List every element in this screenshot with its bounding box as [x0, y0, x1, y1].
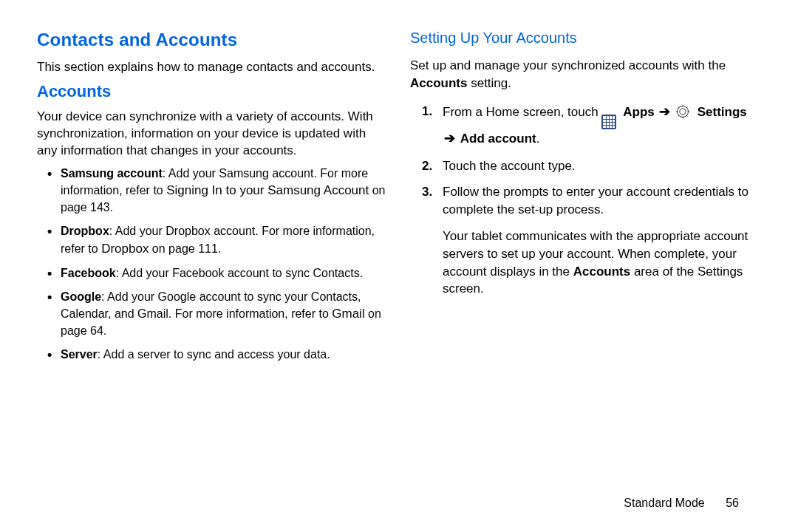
footer-page-number: 56	[726, 497, 739, 509]
add-account-label: Add account	[460, 132, 536, 146]
apps-icon	[601, 115, 616, 129]
bullet-facebook: Facebook: Add your Facebook account to s…	[50, 265, 388, 282]
setup-intro: Set up and manage your synchronized acco…	[410, 57, 761, 92]
setup-steps: 1. From a Home screen, touch Apps ➔ Sett…	[410, 103, 761, 219]
page-footer: Standard Mode 56	[624, 497, 739, 510]
bullet-google: Google: Add your Google account to sync …	[50, 289, 388, 340]
apps-label: Apps	[620, 105, 655, 119]
step-number: 1.	[422, 103, 432, 120]
settings-icon	[675, 104, 690, 119]
step-3: 3. Follow the prompts to enter your acco…	[428, 183, 761, 219]
bullet-label: Samsung account	[61, 167, 163, 180]
bullet-server: Server: Add a server to sync and access …	[50, 347, 388, 363]
step-number: 3.	[422, 183, 432, 201]
svg-line-8	[678, 115, 680, 116]
setup-intro-text: Set up and manage your synchronized acco…	[410, 58, 726, 72]
heading-accounts: Accounts	[37, 82, 388, 101]
bullet-text: : Add a server to sync and access your d…	[98, 348, 330, 361]
arrow-icon: ➔	[443, 131, 457, 146]
svg-line-9	[686, 106, 688, 108]
setup-followup: Your tablet communicates with the approp…	[410, 228, 761, 298]
bullet-samsung-account: Samsung account: Add your Samsung accoun…	[50, 166, 388, 216]
bullet-label: Dropbox	[61, 225, 109, 237]
step-1: 1. From a Home screen, touch Apps ➔ Sett…	[428, 103, 761, 149]
bullet-text: : Add your Google account to sync your C…	[61, 290, 361, 320]
svg-line-7	[686, 115, 688, 116]
bullet-dropbox: Dropbox: Add your Dropbox account. For m…	[50, 223, 388, 257]
bullet-text-suffix: on page 111.	[149, 242, 221, 255]
right-column: Setting Up Your Accounts Set up and mana…	[410, 30, 761, 371]
intro-text: This section explains how to manage cont…	[37, 59, 388, 76]
bullet-text: : Add your Facebook account to sync Cont…	[116, 267, 363, 279]
bullet-ref: Signing In to your Samsung Account	[166, 183, 369, 197]
settings-label: Settings	[694, 105, 747, 119]
step-number: 2.	[422, 157, 432, 175]
arrow-icon: ➔	[658, 104, 672, 119]
followup-bold: Accounts	[573, 265, 630, 279]
left-column: Contacts and Accounts This section expla…	[37, 30, 388, 371]
dot: .	[536, 132, 540, 146]
footer-mode: Standard Mode	[624, 497, 704, 509]
step-text: Touch the account type.	[443, 159, 576, 173]
setup-intro-suffix: setting.	[467, 76, 511, 90]
bullet-ref: Dropbox	[101, 242, 149, 256]
heading-contacts-and-accounts: Contacts and Accounts	[37, 30, 388, 50]
svg-point-1	[680, 108, 686, 114]
step-text: Follow the prompts to enter your account…	[443, 185, 748, 216]
page-content: Contacts and Accounts This section expla…	[37, 30, 761, 371]
svg-line-6	[678, 106, 680, 108]
bullet-label: Google	[61, 290, 101, 303]
accounts-description: Your device can synchronize with a varie…	[37, 109, 388, 160]
step-2: 2. Touch the account type.	[428, 157, 761, 175]
bullet-ref: Gmail	[332, 307, 364, 321]
setup-intro-bold: Accounts	[410, 76, 467, 90]
bullet-label: Server	[61, 348, 98, 361]
step-text: From a Home screen, touch	[443, 105, 601, 119]
bullet-label: Facebook	[61, 267, 116, 279]
accounts-bullet-list: Samsung account: Add your Samsung accoun…	[37, 166, 388, 364]
heading-setting-up-accounts: Setting Up Your Accounts	[410, 30, 761, 47]
